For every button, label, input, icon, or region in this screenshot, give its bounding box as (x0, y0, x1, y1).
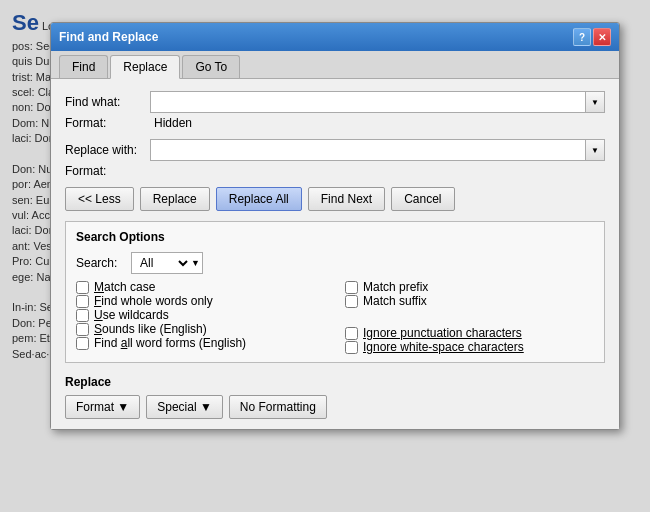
wildcards-label: Use wildcards (94, 308, 169, 322)
sounds-like-checkbox[interactable] (76, 323, 89, 336)
format-btn-label: Format (76, 400, 114, 414)
match-prefix-checkbox[interactable] (345, 281, 358, 294)
replace-with-input[interactable] (150, 139, 585, 161)
right-checkboxes: Match prefix Match suffix Ignore punctua… (345, 280, 594, 354)
replace-button[interactable]: Replace (140, 187, 210, 211)
word-forms-checkbox[interactable] (76, 337, 89, 350)
replace-section-title: Replace (65, 375, 605, 389)
find-format-label: Format: (65, 116, 150, 130)
search-options-title: Search Options (76, 230, 594, 244)
ignore-punctuation-checkbox[interactable] (345, 327, 358, 340)
format-dropdown-button[interactable]: Format ▼ (65, 395, 140, 419)
word-forms-item: Find all word forms (English) (76, 336, 325, 350)
replace-with-input-container: ▼ (150, 139, 605, 161)
replace-format-row: Format: (65, 163, 605, 179)
match-suffix-item: Match suffix (345, 294, 594, 308)
spacer-item (345, 308, 594, 326)
find-replace-dialog: Find and Replace ? ✕ Find Replace Go To … (50, 22, 620, 430)
whole-words-checkbox[interactable] (76, 295, 89, 308)
match-case-label: Match case (94, 280, 155, 294)
cancel-button[interactable]: Cancel (391, 187, 454, 211)
wildcards-checkbox[interactable] (76, 309, 89, 322)
match-prefix-label: Match prefix (363, 280, 428, 294)
search-type-select-container: All Up Down ▼ (131, 252, 203, 274)
replace-with-row: Replace with: ▼ (65, 139, 605, 161)
dialog-body: Find what: ▼ Format: Hidden Replace with… (51, 79, 619, 429)
search-type-select[interactable]: All Up Down (132, 253, 191, 273)
word-forms-label: Find all word forms (English) (94, 336, 246, 350)
ignore-whitespace-checkbox[interactable] (345, 341, 358, 354)
help-button[interactable]: ? (573, 28, 591, 46)
tab-find[interactable]: Find (59, 55, 108, 78)
tab-goto[interactable]: Go To (182, 55, 240, 78)
ignore-punctuation-label: Ignore punctuation characters (363, 326, 522, 340)
no-formatting-button[interactable]: No Formatting (229, 395, 327, 419)
dialog-title: Find and Replace (59, 30, 158, 44)
find-format-value: Hidden (150, 116, 192, 130)
search-select-arrow: ▼ (191, 258, 202, 268)
ignore-whitespace-item: Ignore white-space characters (345, 340, 594, 354)
search-options-section: Search Options Search: All Up Down ▼ (65, 221, 605, 363)
find-what-dropdown[interactable]: ▼ (585, 91, 605, 113)
replace-all-button[interactable]: Replace All (216, 187, 302, 211)
find-what-label: Find what: (65, 95, 150, 109)
find-next-button[interactable]: Find Next (308, 187, 385, 211)
wildcards-item: Use wildcards (76, 308, 325, 322)
ignore-whitespace-label: Ignore white-space characters (363, 340, 524, 354)
replace-format-buttons: Format ▼ Special ▼ No Formatting (65, 395, 605, 419)
sounds-like-item: Sounds like (English) (76, 322, 325, 336)
sounds-like-label: Sounds like (English) (94, 322, 207, 336)
match-suffix-checkbox[interactable] (345, 295, 358, 308)
format-btn-arrow: ▼ (117, 400, 129, 414)
search-type-label: Search: (76, 256, 131, 270)
find-format-row: Format: Hidden (65, 115, 605, 131)
special-btn-label: Special (157, 400, 196, 414)
close-button[interactable]: ✕ (593, 28, 611, 46)
replace-with-dropdown[interactable]: ▼ (585, 139, 605, 161)
checkboxes-grid: Match case Find whole words only Use wil… (76, 280, 594, 354)
dialog-title-bar: Find and Replace ? ✕ (51, 23, 619, 51)
find-what-input[interactable] (150, 91, 585, 113)
find-what-row: Find what: ▼ (65, 91, 605, 113)
match-suffix-label: Match suffix (363, 294, 427, 308)
special-btn-arrow: ▼ (200, 400, 212, 414)
match-prefix-item: Match prefix (345, 280, 594, 294)
replace-section: Replace Format ▼ Special ▼ No Formatting (65, 375, 605, 419)
find-what-input-container: ▼ (150, 91, 605, 113)
replace-with-label: Replace with: (65, 143, 150, 157)
whole-words-label: Find whole words only (94, 294, 213, 308)
replace-format-label: Format: (65, 164, 150, 178)
match-case-item: Match case (76, 280, 325, 294)
left-checkboxes: Match case Find whole words only Use wil… (76, 280, 325, 354)
ignore-punctuation-item: Ignore punctuation characters (345, 326, 594, 340)
whole-words-item: Find whole words only (76, 294, 325, 308)
less-button[interactable]: << Less (65, 187, 134, 211)
tab-bar: Find Replace Go To (51, 51, 619, 79)
special-dropdown-button[interactable]: Special ▼ (146, 395, 223, 419)
search-type-row: Search: All Up Down ▼ (76, 252, 594, 274)
tab-replace[interactable]: Replace (110, 55, 180, 79)
title-bar-controls: ? ✕ (573, 28, 611, 46)
match-case-checkbox[interactable] (76, 281, 89, 294)
action-buttons-row: << Less Replace Replace All Find Next Ca… (65, 187, 605, 211)
